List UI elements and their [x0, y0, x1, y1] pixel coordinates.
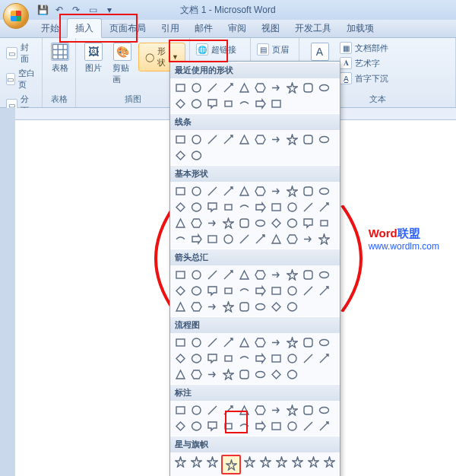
shape-item[interactable] [173, 300, 188, 314]
shape-item[interactable] [317, 419, 331, 433]
shape-item[interactable] [237, 419, 252, 433]
shape-item[interactable] [173, 97, 188, 111]
shape-item[interactable] [301, 232, 315, 246]
shape-item[interactable] [189, 403, 204, 417]
shape-item[interactable] [173, 216, 188, 230]
shape-item[interactable] [285, 132, 299, 147]
shape-item[interactable] [173, 284, 188, 298]
shape-item[interactable] [269, 367, 283, 382]
shape-item[interactable] [221, 284, 236, 298]
shape-item[interactable] [253, 403, 268, 417]
shape-item[interactable] [285, 419, 299, 433]
shape-item[interactable] [253, 268, 268, 282]
shape-item[interactable] [221, 300, 236, 314]
shape-item[interactable] [285, 232, 299, 246]
dropcap-button[interactable]: A̲首字下沉 [338, 71, 390, 85]
save-icon[interactable]: 💾 [36, 4, 49, 16]
shape-item[interactable] [285, 184, 299, 198]
tab-0[interactable]: 开始 [33, 19, 67, 37]
shape-item[interactable] [173, 268, 188, 282]
shape-item[interactable] [269, 284, 283, 298]
shape-item[interactable] [269, 232, 283, 246]
shape-item[interactable] [285, 367, 299, 382]
table-button[interactable]: 表格 [47, 41, 73, 75]
shape-star-item[interactable] [189, 455, 204, 469]
shape-item[interactable] [221, 335, 236, 350]
shape-item[interactable] [301, 216, 315, 230]
shape-item[interactable] [269, 97, 283, 111]
shape-item[interactable] [189, 268, 204, 282]
office-button[interactable] [3, 3, 29, 29]
shape-item[interactable] [317, 132, 331, 147]
shape-star-item[interactable] [306, 455, 321, 469]
shape-item[interactable] [221, 97, 236, 111]
shape-item[interactable] [189, 419, 204, 433]
shape-item[interactable] [221, 81, 236, 95]
shape-item[interactable] [269, 184, 283, 198]
shape-item[interactable] [285, 403, 299, 417]
shape-item[interactable] [237, 200, 252, 214]
shape-item[interactable] [237, 367, 252, 382]
shape-item[interactable] [301, 268, 315, 282]
shape-item[interactable] [237, 81, 252, 95]
qat-more-icon[interactable]: ▾ [103, 4, 116, 16]
parts-button[interactable]: ▦文档部件 [338, 41, 390, 55]
header-button[interactable]: ▤ 页眉 [255, 43, 290, 56]
shape-item[interactable] [285, 81, 299, 95]
shape-item[interactable] [253, 232, 268, 246]
shape-item[interactable] [189, 216, 204, 230]
tab-4[interactable]: 邮件 [187, 19, 220, 37]
shape-item[interactable] [237, 351, 252, 366]
shape-item[interactable] [205, 351, 220, 366]
shape-item[interactable] [189, 300, 204, 314]
shape-item[interactable] [237, 268, 252, 282]
shape-item[interactable] [317, 184, 331, 198]
shape-item[interactable] [221, 268, 236, 282]
shape-item[interactable] [221, 367, 236, 382]
shape-item[interactable] [189, 200, 204, 214]
tab-6[interactable]: 视图 [254, 19, 287, 37]
shape-item[interactable] [253, 284, 268, 298]
shape-item[interactable] [301, 200, 315, 214]
clipart-button[interactable]: 🎨 剪贴画 [109, 41, 135, 87]
shape-item[interactable] [205, 367, 220, 382]
shape-item[interactable] [205, 232, 220, 246]
shape-item[interactable] [285, 300, 299, 314]
shape-item[interactable] [285, 284, 299, 298]
shape-item[interactable] [237, 232, 252, 246]
tab-1[interactable]: 插入 [67, 18, 102, 38]
shape-item[interactable] [317, 216, 331, 230]
tab-5[interactable]: 审阅 [220, 19, 254, 37]
shape-item[interactable] [317, 200, 331, 214]
shape-item[interactable] [173, 335, 188, 350]
shape-item[interactable] [317, 232, 331, 246]
shape-item[interactable] [269, 216, 283, 230]
shape-item[interactable] [269, 351, 283, 366]
shape-item[interactable] [253, 216, 268, 230]
shape-item[interactable] [237, 216, 252, 230]
shape-item[interactable] [253, 351, 268, 366]
shape-item[interactable] [173, 148, 188, 163]
shape-item[interactable] [317, 403, 331, 417]
shape-item[interactable] [173, 184, 188, 198]
shape-star-item[interactable] [205, 455, 220, 469]
shape-item[interactable] [205, 97, 220, 111]
shape-item[interactable] [189, 351, 204, 366]
shape-item[interactable] [189, 97, 204, 111]
shape-star-item[interactable] [258, 455, 273, 469]
shape-item[interactable] [253, 300, 268, 314]
shape-item[interactable] [253, 419, 268, 433]
shape-item[interactable] [269, 300, 283, 314]
shape-item[interactable] [301, 184, 315, 198]
shape-star-item[interactable] [173, 455, 188, 469]
shape-item[interactable] [301, 335, 315, 350]
shape-item[interactable] [221, 132, 236, 147]
shape-item[interactable] [221, 216, 236, 230]
page-item-1[interactable]: ▭空白页 [5, 67, 37, 91]
shape-item[interactable] [205, 403, 220, 417]
shape-star-item[interactable] [274, 455, 289, 469]
shape-item[interactable] [269, 403, 283, 417]
shape-item[interactable] [173, 132, 188, 147]
shape-item[interactable] [301, 132, 315, 147]
shape-item[interactable] [301, 403, 315, 417]
